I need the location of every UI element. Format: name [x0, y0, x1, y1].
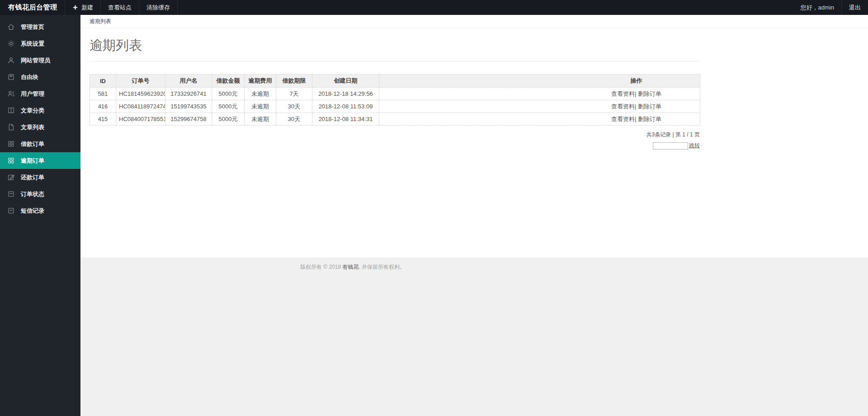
gear-icon: [7, 40, 15, 47]
user-greeting: 您好，admin: [793, 0, 841, 15]
column-header: 操作: [379, 75, 700, 88]
sidebar-item-user-manage[interactable]: 用户管理: [0, 85, 80, 102]
page-jump-input[interactable]: [653, 142, 688, 150]
topbar-menu-new[interactable]: 新建: [65, 0, 100, 15]
cell-id: 416: [90, 100, 116, 113]
row-actions: 查看资料| 删除订单: [379, 100, 700, 113]
pagination: 共3条记录 | 第 1 / 1 页 跳转: [90, 131, 700, 150]
copyright-prefix: 版权所有 © 2018: [300, 264, 343, 270]
sidebar-item-label: 还款订单: [21, 173, 44, 182]
cell-id: 415: [90, 113, 116, 126]
table-row: 581HC18145962392083173329267415000元未逾期7天…: [90, 88, 700, 100]
breadcrumb-bar: 逾期列表: [80, 15, 868, 28]
sidebar-item-repay-orders[interactable]: 还款订单: [0, 169, 80, 186]
topbar-spacer: [178, 0, 793, 15]
edit-icon: [7, 173, 15, 181]
sidebar-item-site-admin[interactable]: 网站管理员: [0, 52, 80, 69]
topbar-menu-clear-cache[interactable]: 清除缓存: [139, 0, 178, 15]
page-jump-row: 跳转: [90, 142, 700, 150]
archive-icon: [7, 190, 15, 198]
breadcrumb: 逾期列表: [90, 18, 111, 25]
logout-button[interactable]: 退出: [841, 0, 868, 15]
table-header-row: ID订单号用户名借款金额逾期费用借款期限创建日期操作: [90, 75, 700, 88]
topbar: 有钱花后台管理 新建查看站点清除缓存 您好，admin 退出: [0, 0, 868, 15]
book-icon: [7, 107, 15, 114]
column-header: 借款金额: [212, 75, 245, 88]
block-icon: [7, 73, 15, 81]
app-title: 有钱花后台管理: [0, 0, 65, 15]
cell-term: 7天: [276, 88, 312, 100]
cell-overdue-fee: 未逾期: [245, 113, 276, 126]
cell-order-no: HC08400717855171: [116, 113, 165, 126]
copyright-suffix: . 并保留所有权利。: [359, 264, 405, 270]
title-divider: [90, 61, 700, 61]
sidebar-item-settings[interactable]: 系统设置: [0, 35, 80, 52]
column-header: 创建日期: [312, 75, 379, 88]
sidebar-item-loan-orders[interactable]: 借款订单: [0, 136, 80, 152]
copyright-text: 版权所有 © 2018 有钱花. 并保留所有权利。: [80, 263, 625, 271]
view-profile-link[interactable]: 查看资料: [611, 103, 635, 110]
admin-user-icon: [7, 56, 15, 64]
view-profile-link[interactable]: 查看资料: [611, 90, 635, 97]
column-header: 借款期限: [276, 75, 312, 88]
sidebar-item-label: 订单状态: [21, 190, 44, 198]
home-icon: [7, 23, 15, 31]
cell-username: 15299674758: [165, 113, 212, 126]
cell-order-no: HC08411897247492: [116, 100, 165, 113]
overdue-table-wrap: ID订单号用户名借款金额逾期费用借款期限创建日期操作 581HC18145962…: [90, 74, 700, 126]
view-profile-link[interactable]: 查看资料: [611, 116, 635, 122]
sidebar-item-label: 系统设置: [21, 40, 44, 48]
page-jump-link[interactable]: 跳转: [689, 142, 700, 150]
sidebar-item-label: 短信记录: [21, 207, 44, 215]
cell-overdue-fee: 未逾期: [245, 100, 276, 113]
column-header: 订单号: [116, 75, 165, 88]
cell-overdue-fee: 未逾期: [245, 88, 276, 100]
topbar-menu-view-site[interactable]: 查看站点: [100, 0, 139, 15]
sidebar-item-article-cats[interactable]: 文章分类: [0, 102, 80, 119]
delete-order-link[interactable]: 删除订单: [638, 90, 661, 97]
cell-term: 30天: [276, 113, 312, 126]
main-content: 逾期列表 逾期列表 ID订单号用户名借款金额逾期费用借款期限创建日期操作 581…: [80, 15, 868, 416]
sidebar-item-order-status[interactable]: 订单状态: [0, 186, 80, 202]
page-title: 逾期列表: [90, 37, 859, 53]
sidebar-item-dashboard[interactable]: 管理首页: [0, 19, 80, 35]
action-separator: |: [635, 90, 638, 97]
site-name: 有钱花: [342, 264, 359, 270]
cell-created: 2018-12-08 11:34:31: [312, 113, 379, 126]
footer: 版权所有 © 2018 有钱花. 并保留所有权利。: [80, 257, 868, 416]
topbar-menu-label: 清除缓存: [146, 4, 170, 12]
cell-amount: 5000元: [212, 100, 245, 113]
sidebar-item-sms-records[interactable]: 短信记录: [0, 202, 80, 219]
pagination-summary: 共3条记录 | 第 1 / 1 页: [90, 131, 700, 139]
grid-icon: [7, 140, 15, 148]
cell-created: 2018-12-18 14:29:56: [312, 88, 379, 100]
cell-username: 15199743535: [165, 100, 212, 113]
sidebar-item-article-list[interactable]: 文章列表: [0, 119, 80, 136]
topbar-menu-label: 新建: [81, 4, 93, 12]
sidebar: 管理首页系统设置网站管理员自由块用户管理文章分类文章列表借款订单逾期订单还款订单…: [0, 15, 80, 416]
delete-order-link[interactable]: 删除订单: [638, 116, 661, 122]
cell-term: 30天: [276, 100, 312, 113]
users-icon: [7, 90, 15, 98]
topbar-menu-label: 查看站点: [108, 4, 132, 12]
row-actions: 查看资料| 删除订单: [379, 113, 700, 126]
cell-order-no: HC18145962392083: [116, 88, 165, 100]
overdue-table: ID订单号用户名借款金额逾期费用借款期限创建日期操作 581HC18145962…: [90, 74, 700, 126]
sidebar-item-overdue-orders[interactable]: 逾期订单: [0, 152, 80, 169]
cell-id: 581: [90, 88, 116, 100]
table-row: 416HC08411897247492151997435355000元未逾期30…: [90, 100, 700, 113]
delete-order-link[interactable]: 删除订单: [638, 103, 661, 110]
page-area: 逾期列表 ID订单号用户名借款金额逾期费用借款期限创建日期操作 581HC181…: [80, 28, 868, 257]
action-separator: |: [635, 103, 638, 110]
column-header: 用户名: [165, 75, 212, 88]
row-actions: 查看资料| 删除订单: [379, 88, 700, 100]
column-header: ID: [90, 75, 116, 88]
sidebar-item-label: 用户管理: [21, 90, 44, 98]
cell-amount: 5000元: [212, 113, 245, 126]
topbar-menu: 新建查看站点清除缓存: [65, 0, 178, 15]
sidebar-item-label: 网站管理员: [21, 56, 50, 65]
sidebar-item-free-block[interactable]: 自由块: [0, 69, 80, 85]
sidebar-item-label: 文章列表: [21, 123, 44, 131]
sidebar-item-label: 自由块: [21, 73, 38, 81]
table-row: 415HC08400717855171152996747585000元未逾期30…: [90, 113, 700, 126]
